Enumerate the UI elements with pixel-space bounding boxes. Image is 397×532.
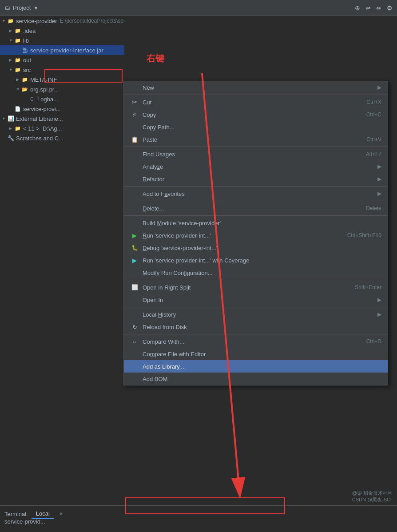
menu-item-copy[interactable]: ⎘ Copy Ctrl+C bbox=[124, 108, 388, 121]
menu-item-compare[interactable]: ↔ Compare With... Ctrl+D bbox=[124, 335, 388, 348]
separator-1 bbox=[124, 95, 388, 95]
tree-label-src: src bbox=[23, 67, 31, 73]
menu-item-reload[interactable]: ↻ Reload from Disk bbox=[124, 321, 388, 333]
tree-arrow-orgspi: ▼ bbox=[16, 87, 21, 91]
delete-shortcut: Delete bbox=[366, 205, 381, 211]
add-bom-icon bbox=[130, 374, 139, 383]
run-shortcut: Ctrl+Shift+F10 bbox=[347, 232, 381, 238]
menu-item-debug[interactable]: 🐛 Debug 'service-provider-int...' bbox=[124, 242, 388, 254]
favorites-arrow: ▶ bbox=[377, 191, 381, 197]
favorites-icon bbox=[130, 189, 139, 198]
file-icon-svc: 📄 bbox=[14, 105, 21, 112]
menu-item-paste[interactable]: 📋 Paste Ctrl+V bbox=[124, 133, 388, 146]
history-icon bbox=[130, 310, 139, 319]
copy-icon: ⎘ bbox=[130, 110, 139, 119]
extlib-icon: 📊 bbox=[7, 115, 14, 122]
right-key-annotation: 右键 bbox=[147, 52, 164, 64]
open-right-icon: ⬜ bbox=[130, 283, 139, 292]
tree-arrow-metainf: ▶ bbox=[16, 77, 21, 82]
terminal-label: Terminal: bbox=[4, 511, 28, 517]
menu-item-cut[interactable]: ✂ Cut Ctrl+X bbox=[124, 96, 388, 108]
debug-icon: 🐛 bbox=[130, 243, 139, 252]
menu-item-delete[interactable]: Delete... Delete bbox=[124, 202, 388, 214]
tree-label-svc: service-provi... bbox=[23, 106, 61, 112]
menu-item-open-in[interactable]: Open In ▶ bbox=[124, 294, 388, 306]
layout-icon[interactable]: ⇌ bbox=[365, 4, 371, 12]
tree-item-idea[interactable]: ▶ 📁 .idea bbox=[0, 26, 124, 36]
tree-item-extlib[interactable]: ▼ 📊 External Librarie... bbox=[0, 114, 124, 123]
tree-item-service-provider[interactable]: ▼ 📁 service-provider E:\personalIdeaProj… bbox=[0, 16, 124, 26]
open-in-icon bbox=[130, 295, 139, 304]
copy-label: Copy bbox=[143, 111, 366, 118]
compare-editor-icon bbox=[130, 349, 139, 358]
project-title: 🗂 Project ▼ bbox=[4, 4, 38, 11]
collapse-icon[interactable]: ⇍ bbox=[376, 4, 381, 12]
open-right-shortcut: Shift+Enter bbox=[355, 284, 381, 290]
menu-item-favorites[interactable]: Add to Favorites ▶ bbox=[124, 187, 388, 200]
terminal-tab-local[interactable]: Local bbox=[32, 509, 54, 519]
target-icon[interactable]: ⊕ bbox=[355, 4, 360, 12]
tree-arrow-src: ▼ bbox=[9, 67, 14, 72]
menu-item-modify-run[interactable]: Modify Run Configuration... bbox=[124, 266, 388, 279]
menu-item-new[interactable]: New ▶ bbox=[124, 81, 388, 94]
coverage-label: Run 'service-provider-int...' with Cover… bbox=[143, 257, 381, 264]
debug-label: Debug 'service-provider-int...' bbox=[143, 245, 381, 251]
history-label: Local History bbox=[143, 311, 374, 318]
tree-item-jdk[interactable]: ▶ 📁 < 11 > D:\Ag... bbox=[0, 123, 124, 133]
tree-item-orgspi[interactable]: ▼ 📂 org.spi.pr... bbox=[0, 84, 124, 94]
menu-item-add-library[interactable]: Add as Library... bbox=[124, 360, 388, 373]
analyze-label: Analyze bbox=[143, 163, 374, 170]
history-arrow: ▶ bbox=[377, 311, 381, 318]
separator-2 bbox=[124, 147, 388, 147]
tree-item-out[interactable]: ▶ 📁 out bbox=[0, 55, 124, 65]
coverage-icon: ▶ bbox=[130, 256, 139, 265]
add-bom-label: Add BOM bbox=[143, 376, 381, 382]
menu-item-history[interactable]: Local History ▶ bbox=[124, 308, 388, 321]
menu-item-compare-editor[interactable]: Compare File with Editor bbox=[124, 348, 388, 360]
tree-item-lib[interactable]: ▼ 📁 lib bbox=[0, 36, 124, 45]
menu-item-analyze[interactable]: Analyze ▶ bbox=[124, 160, 388, 173]
delete-icon bbox=[130, 204, 139, 213]
folder-icon-out: 📁 bbox=[14, 56, 21, 64]
tree-arrow-idea: ▶ bbox=[9, 28, 14, 33]
separator-6 bbox=[124, 280, 388, 280]
menu-item-coverage[interactable]: ▶ Run 'service-provider-int...' with Cov… bbox=[124, 254, 388, 266]
build-label: Build Module 'service-provider' bbox=[143, 220, 381, 226]
terminal-tab-close[interactable]: × bbox=[55, 509, 67, 519]
menu-item-add-bom[interactable]: Add BOM bbox=[124, 373, 388, 385]
terminal-content-text: service-provid... bbox=[4, 518, 45, 525]
dropdown-icon[interactable]: ▼ bbox=[33, 5, 38, 11]
favorites-label: Add to Favorites bbox=[143, 191, 374, 197]
tree-label-lib: lib bbox=[23, 37, 29, 44]
find-usages-shortcut: Alt+F7 bbox=[366, 151, 381, 157]
menu-item-refactor[interactable]: Refactor ▶ bbox=[124, 173, 388, 185]
open-in-arrow: ▶ bbox=[377, 297, 381, 303]
folder-icon-metainf: 📁 bbox=[21, 76, 28, 83]
tree-item-scratches[interactable]: 🔧 Scratches and C... bbox=[0, 133, 124, 143]
tree-item-logback[interactable]: C Logba... bbox=[0, 94, 124, 104]
terminal-content-area: service-provid... bbox=[4, 518, 45, 525]
tree-label-service-provider: service-provider bbox=[16, 18, 57, 24]
analyze-arrow: ▶ bbox=[377, 163, 381, 170]
tree-item-src[interactable]: ▼ 📁 src bbox=[0, 65, 124, 75]
project-tree: ▼ 📁 service-provider E:\personalIdeaProj… bbox=[0, 16, 124, 505]
menu-item-find-usages[interactable]: Find Usages Alt+F7 bbox=[124, 148, 388, 160]
open-in-label: Open In bbox=[143, 297, 374, 303]
context-menu: New ▶ ✂ Cut Ctrl+X ⎘ Copy Ctrl+C Copy Pa… bbox=[123, 81, 388, 385]
compare-label: Compare With... bbox=[143, 338, 366, 345]
tree-item-svc-file[interactable]: 📄 service-provi... bbox=[0, 104, 124, 114]
menu-item-open-right[interactable]: ⬜ Open in Right Split Shift+Enter bbox=[124, 281, 388, 294]
tree-item-metainf[interactable]: ▶ 📁 META-INF bbox=[0, 75, 124, 84]
scratch-icon: 🔧 bbox=[7, 135, 14, 142]
menu-item-copy-path[interactable]: Copy Path... bbox=[124, 121, 388, 133]
menu-item-build[interactable]: Build Module 'service-provider' bbox=[124, 217, 388, 229]
paste-label: Paste bbox=[143, 136, 366, 143]
separator-5 bbox=[124, 215, 388, 216]
menu-item-run[interactable]: ▶ Run 'service-provider-int...' Ctrl+Shi… bbox=[124, 229, 388, 242]
tree-label-extlib: External Librarie... bbox=[16, 115, 63, 122]
tree-item-jar[interactable]: 🗜 service-provider-interface.jar bbox=[0, 45, 124, 55]
header-bar: 🗂 Project ▼ ⊕ ⇌ ⇍ ⚙ bbox=[0, 0, 397, 16]
settings-icon[interactable]: ⚙ bbox=[387, 4, 393, 12]
open-right-label: Open in Right Split bbox=[143, 284, 355, 291]
refactor-icon bbox=[130, 175, 139, 183]
